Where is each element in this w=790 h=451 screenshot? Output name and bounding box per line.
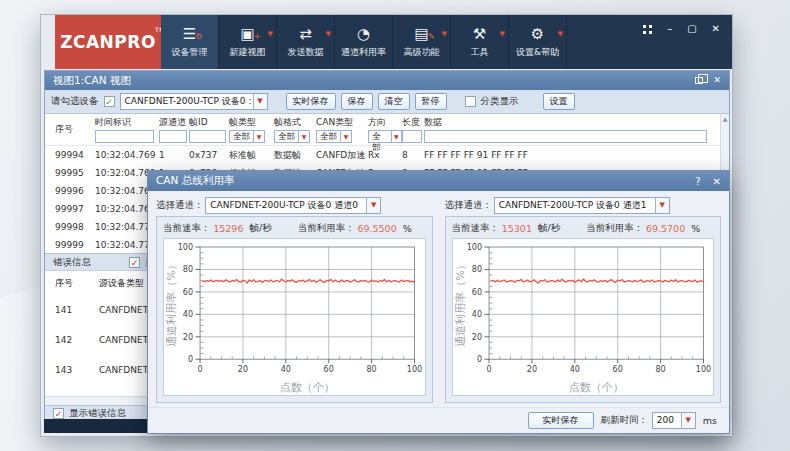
svg-text:通道利用率（%）: 通道利用率（%） xyxy=(454,259,467,347)
combo-dropdown-icon: ▼ xyxy=(340,131,351,142)
toolbar-device-management[interactable]: ☰⚙ 设备管理 xyxy=(161,15,219,69)
toolbar-channel-utilization[interactable]: ◔ 通道利用率 xyxy=(335,15,393,69)
save-button[interactable]: 保存 xyxy=(341,93,373,110)
app-titlebar: ZCANPROTM ☰⚙ 设备管理 ▣+ 新建视图 ▼ ⇄ 发送数据 ▼ xyxy=(41,15,732,69)
filter-timestamp-input[interactable] xyxy=(95,130,154,143)
tools-icon: ⚒ xyxy=(473,26,486,42)
toolbar-advanced-functions[interactable]: ▤✎ 高级功能 ▼ xyxy=(393,15,451,69)
device-management-icon: ☰⚙ xyxy=(183,26,196,42)
view-close-icon[interactable]: ✕ xyxy=(713,71,721,90)
send-data-icon: ⇄ xyxy=(299,26,312,42)
svg-text:20: 20 xyxy=(526,365,536,374)
show-frames-checkbox[interactable]: ✓ xyxy=(129,257,140,268)
table-row[interactable]: 9999410:32:04.76910x737标准帧数据帧CANFD加速Rx8F… xyxy=(45,146,729,164)
filter-length-input[interactable] xyxy=(402,130,422,143)
refresh-unit: ms xyxy=(703,415,717,426)
util-label: 当前利用率 : xyxy=(586,222,640,235)
dropdown-caret-icon: ▼ xyxy=(500,30,505,38)
table-cell: 8 xyxy=(402,146,424,164)
layout-grid-icon[interactable] xyxy=(643,25,652,34)
svg-text:80: 80 xyxy=(183,265,193,274)
table-cell: 99997 xyxy=(55,200,95,218)
maximize-button[interactable]: ▢ xyxy=(687,24,696,34)
svg-text:0: 0 xyxy=(198,365,203,374)
svg-text:100: 100 xyxy=(178,243,193,252)
help-icon[interactable]: ? xyxy=(695,176,700,187)
util-unit: % xyxy=(691,223,700,234)
filter-can-type-combo[interactable]: 全部▼ xyxy=(316,130,352,143)
svg-text:0: 0 xyxy=(486,365,491,374)
logo-text: ZCANPROTM xyxy=(60,32,156,52)
device-select-label: 请勾选设备 xyxy=(51,95,99,108)
col-header: 源通道 xyxy=(159,116,189,129)
channel-select-label: 选择通道 : xyxy=(156,199,200,212)
svg-text:40: 40 xyxy=(569,365,579,374)
toolbar-tools[interactable]: ⚒ 工具 ▼ xyxy=(451,15,509,69)
table-cell: 99998 xyxy=(55,218,95,236)
util-unit: % xyxy=(403,223,412,234)
col-header: 长度 xyxy=(402,116,424,129)
rate-value: 15301 xyxy=(502,223,532,234)
pencil-accent-icon: ✎ xyxy=(428,29,435,45)
filter-channel-input[interactable] xyxy=(159,130,187,143)
gear-accent-icon: ⚙ xyxy=(195,29,202,45)
float-window-icon[interactable] xyxy=(695,77,703,84)
svg-text:80: 80 xyxy=(367,365,377,374)
window-controls: – ▢ ✕ xyxy=(643,24,720,34)
svg-text:60: 60 xyxy=(471,287,481,296)
table-cell: 10:32:04.769 xyxy=(95,146,159,164)
refresh-time-combo[interactable]: 200 ▼ xyxy=(652,412,696,429)
table-cell: 标准帧 xyxy=(229,146,274,164)
clear-button[interactable]: 清空 xyxy=(378,93,410,110)
svg-text:40: 40 xyxy=(281,365,291,374)
combo-dropdown-icon[interactable]: ▼ xyxy=(366,198,380,213)
advanced-functions-icon: ▤✎ xyxy=(414,26,428,42)
svg-text:80: 80 xyxy=(471,265,481,274)
utilization-chart-channel1: 020406080100020406080100点数（个）通道利用率（%） xyxy=(452,238,715,396)
refresh-time-label: 刷新时间 : xyxy=(601,414,645,427)
device-combo[interactable]: CANFDNET-200U-TCP 设备0 : ▼ xyxy=(120,93,268,110)
rate-label: 当前速率 : xyxy=(163,222,207,235)
combo-dropdown-icon: ▼ xyxy=(391,131,401,142)
table-cell: 1 xyxy=(159,146,189,164)
minimize-button[interactable]: – xyxy=(667,24,672,34)
svg-text:100: 100 xyxy=(466,243,481,252)
util-value: 69.5500 xyxy=(357,223,396,234)
classify-checkbox[interactable]: ✓ xyxy=(465,96,476,107)
col-header: CAN类型 xyxy=(316,116,368,129)
scroll-up-icon[interactable]: ▲ xyxy=(721,114,729,124)
plus-accent-icon: + xyxy=(254,29,261,45)
show-errors-checkbox[interactable]: ✓ xyxy=(53,408,64,419)
filter-data-input[interactable] xyxy=(424,130,707,143)
toolbar-settings-help[interactable]: ⚙ 设置&帮助 ▼ xyxy=(509,15,567,69)
dialog-title: CAN 总线利用率 xyxy=(156,174,234,188)
dialog-realtime-save-button[interactable]: 实时保存 xyxy=(528,412,594,429)
table-header: 序号 时间标识 源通道 帧ID 帧类型 全部▼ 帧格式 全部▼ CAN类型 全部… xyxy=(45,114,729,146)
filter-frame-type-combo[interactable]: 全部▼ xyxy=(229,130,265,143)
realtime-save-button[interactable]: 实时保存 xyxy=(286,93,336,110)
can-utilization-dialog: CAN 总线利用率 ? ✕ 选择通道 : CANFDNET-200U-TCP 设… xyxy=(147,170,730,434)
filter-direction-combo[interactable]: 全部▼ xyxy=(368,130,402,143)
settings-button[interactable]: 设置 xyxy=(543,93,575,110)
dropdown-caret-icon: ▼ xyxy=(268,30,273,38)
toolbar-send-data[interactable]: ⇄ 发送数据 ▼ xyxy=(277,15,335,69)
toolbar-new-view[interactable]: ▣+ 新建视图 ▼ xyxy=(219,15,277,69)
dialog-close-icon[interactable]: ✕ xyxy=(713,176,721,187)
dropdown-caret-icon: ▼ xyxy=(558,30,563,38)
col-header: 序号 xyxy=(55,123,95,136)
channel0-combo[interactable]: CANFDNET-200U-TCP 设备0 通道0 ▼ xyxy=(205,197,381,214)
combo-dropdown-icon[interactable]: ▼ xyxy=(253,94,267,109)
combo-dropdown-icon[interactable]: ▼ xyxy=(681,413,695,428)
table-cell: 141 xyxy=(55,305,99,315)
close-button[interactable]: ✕ xyxy=(712,24,720,34)
pause-button[interactable]: 暂停 xyxy=(415,93,447,110)
channel1-group: 当前速率 : 15301 帧/秒 当前利用率 : 69.5700 % 02040… xyxy=(445,216,722,403)
col-header: 序号 xyxy=(55,277,99,290)
filter-frame-id-input[interactable] xyxy=(189,130,226,143)
device-checkbox[interactable]: ✓ xyxy=(104,96,115,107)
dropdown-caret-icon: ▼ xyxy=(442,30,447,38)
col-header: 帧类型 xyxy=(229,116,274,129)
channel1-combo[interactable]: CANFDNET-200U-TCP 设备0 通道1 ▼ xyxy=(494,197,670,214)
filter-frame-format-combo[interactable]: 全部▼ xyxy=(274,130,310,143)
combo-dropdown-icon[interactable]: ▼ xyxy=(655,198,669,213)
